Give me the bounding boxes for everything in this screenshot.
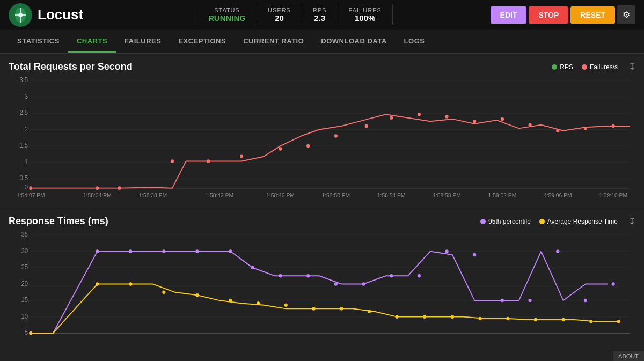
- logo-area: Locust: [9, 3, 83, 27]
- svg-point-70: [229, 249, 232, 253]
- svg-point-77: [418, 274, 421, 278]
- svg-point-81: [529, 299, 532, 303]
- status-block-status: STATUS RUNNING: [197, 5, 257, 25]
- svg-point-28: [306, 144, 310, 148]
- svg-point-103: [589, 320, 592, 323]
- failures-label: FAILURES: [349, 7, 382, 13]
- logo-icon: [9, 3, 32, 27]
- svg-point-71: [251, 266, 254, 270]
- svg-point-99: [478, 317, 481, 321]
- stop-button[interactable]: STOP: [529, 6, 568, 24]
- rps-value: 2.3: [313, 13, 327, 23]
- svg-point-37: [556, 129, 559, 132]
- svg-point-104: [617, 320, 620, 323]
- svg-point-22: [96, 186, 99, 190]
- svg-text:1: 1: [25, 158, 28, 165]
- svg-text:1:58:38 PM: 1:58:38 PM: [138, 192, 167, 198]
- chart-rps-wrap: 3.5 3 2.5 2 1.5 1 0.5 0: [9, 75, 635, 203]
- legend-failures-dot: [582, 64, 587, 70]
- svg-point-72: [279, 274, 282, 278]
- svg-point-102: [562, 318, 565, 322]
- svg-text:1:54:07 PM: 1:54:07 PM: [17, 192, 45, 198]
- svg-text:5: 5: [25, 329, 28, 336]
- svg-text:15: 15: [21, 296, 28, 303]
- users-label: USERS: [268, 7, 291, 13]
- chart-rps-title: Total Requests per Second: [9, 61, 133, 72]
- svg-point-69: [195, 249, 199, 253]
- chart-response-wrap: 35 30 25 20 15 10 5: [9, 229, 635, 358]
- chart-response-header: Response Times (ms) 95th percentile Aver…: [9, 216, 635, 227]
- download-rps-button[interactable]: ↧: [628, 62, 635, 72]
- nav-logs[interactable]: LOGS: [396, 31, 434, 53]
- svg-point-27: [279, 147, 282, 151]
- svg-text:0: 0: [25, 183, 28, 190]
- nav-current-ratio[interactable]: CURRENT RATIO: [235, 31, 312, 53]
- svg-text:2.5: 2.5: [19, 109, 28, 116]
- svg-point-68: [162, 249, 165, 253]
- svg-text:3: 3: [25, 92, 28, 99]
- svg-point-29: [334, 134, 338, 138]
- svg-point-87: [129, 282, 132, 286]
- svg-point-86: [96, 282, 99, 286]
- svg-text:25: 25: [21, 263, 28, 270]
- svg-point-33: [445, 115, 448, 119]
- chart-response-svg: 35 30 25 20 15 10 5: [9, 229, 635, 358]
- svg-point-84: [612, 282, 615, 286]
- svg-point-67: [129, 249, 132, 253]
- svg-point-78: [445, 249, 448, 253]
- svg-point-101: [534, 318, 537, 322]
- app-title: Locust: [38, 6, 83, 23]
- svg-point-92: [284, 304, 288, 307]
- nav-failures[interactable]: FAILURES: [116, 31, 170, 53]
- svg-point-34: [473, 120, 476, 123]
- svg-point-89: [195, 293, 199, 297]
- svg-point-73: [306, 274, 310, 278]
- legend-rps: RPS: [552, 63, 573, 71]
- svg-point-36: [529, 123, 532, 127]
- download-response-button[interactable]: ↧: [628, 216, 635, 226]
- svg-text:1:58:54 PM: 1:58:54 PM: [377, 192, 406, 198]
- svg-point-95: [368, 310, 371, 314]
- svg-text:2: 2: [25, 126, 28, 132]
- about-badge[interactable]: ABOUT: [613, 351, 644, 361]
- legend-failures: Failures/s: [582, 63, 618, 71]
- svg-point-38: [584, 127, 587, 130]
- nav-charts[interactable]: CHARTS: [68, 31, 116, 53]
- svg-text:3.5: 3.5: [19, 76, 28, 83]
- legend-rps-dot: [552, 64, 557, 70]
- legend-rps-label: RPS: [560, 63, 573, 71]
- chart-rps-svg: 3.5 3 2.5 2 1.5 1 0.5 0: [9, 75, 635, 203]
- svg-text:1:58:50 PM: 1:58:50 PM: [321, 192, 350, 198]
- svg-text:1:59:06 PM: 1:59:06 PM: [544, 192, 572, 198]
- status-block-rps: RPS 2.3: [302, 5, 338, 25]
- nav-download-data[interactable]: DOWNLOAD DATA: [312, 31, 395, 53]
- svg-text:20: 20: [21, 280, 28, 287]
- header-buttons: EDIT STOP RESET ⚙: [491, 5, 635, 24]
- status-block-users: USERS 20: [257, 5, 302, 25]
- svg-text:1.5: 1.5: [19, 142, 28, 149]
- legend-95th: 95th percentile: [480, 218, 531, 225]
- status-value: RUNNING: [208, 13, 246, 23]
- svg-point-39: [612, 124, 615, 128]
- reset-button[interactable]: RESET: [570, 6, 615, 24]
- svg-text:1:59:10 PM: 1:59:10 PM: [599, 192, 627, 198]
- rps-label: RPS: [313, 7, 327, 13]
- nav-exceptions[interactable]: EXCEPTIONS: [170, 31, 235, 53]
- legend-avg-dot: [539, 219, 545, 224]
- settings-button[interactable]: ⚙: [617, 5, 635, 24]
- legend-avg: Average Response Time: [539, 218, 618, 225]
- status-block-failures: FAILURES 100%: [338, 5, 393, 25]
- edit-button[interactable]: EDIT: [491, 6, 527, 24]
- failures-value: 100%: [349, 13, 382, 23]
- nav-statistics[interactable]: STATISTICS: [9, 31, 68, 53]
- svg-point-83: [584, 299, 587, 303]
- svg-point-66: [96, 249, 99, 253]
- svg-point-35: [501, 117, 504, 121]
- svg-point-98: [451, 315, 454, 319]
- charts-area: Total Requests per Second RPS Failures/s…: [0, 54, 644, 361]
- svg-point-76: [390, 274, 393, 278]
- svg-text:1:58:34 PM: 1:58:34 PM: [83, 192, 112, 198]
- nav: STATISTICS CHARTS FAILURES EXCEPTIONS CU…: [0, 30, 644, 54]
- svg-point-94: [340, 307, 343, 311]
- svg-text:1:58:42 PM: 1:58:42 PM: [205, 192, 233, 198]
